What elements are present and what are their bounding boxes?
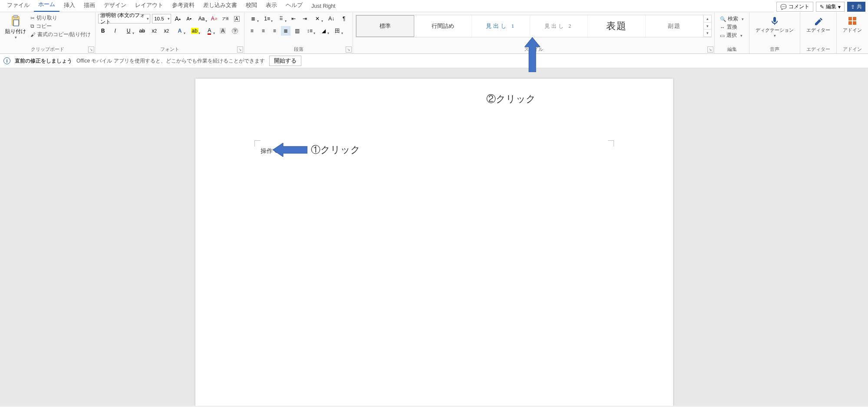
dictate-button[interactable]: ディクテーション ▾ <box>752 14 797 40</box>
style-heading2[interactable]: 見出し 2 <box>530 15 588 37</box>
tab-home[interactable]: ホーム <box>34 0 59 12</box>
paragraph-launcher[interactable]: ↘ <box>346 46 352 53</box>
find-label: 検索 <box>728 16 738 22</box>
shading-button[interactable]: ◢▾ <box>317 26 330 36</box>
styles-gallery-scroll: ▴ ▾ ▾ <box>703 15 711 37</box>
replace-button[interactable]: ↔ 置換 <box>720 24 744 30</box>
multilevel-list-button[interactable]: ⠿▾ <box>275 14 287 23</box>
scissors-icon: ✂ <box>30 15 35 21</box>
tab-draw[interactable]: 描画 <box>79 0 99 12</box>
tab-references[interactable]: 参考資料 <box>168 0 199 12</box>
editor-button[interactable]: エディター <box>803 14 834 35</box>
message-bar-start-button[interactable]: 開始する <box>269 56 301 66</box>
style-heading1[interactable]: 見出し 1 <box>472 15 530 37</box>
chevron-down-icon: ▾ <box>740 33 743 38</box>
format-painter-button[interactable]: 🖌 書式のコピー/貼り付け <box>30 31 91 38</box>
find-button[interactable]: 🔍 検索 ▾ <box>720 16 744 22</box>
comment-icon: 💬 <box>780 4 787 10</box>
style-no-spacing[interactable]: 行間詰め <box>414 15 472 37</box>
change-case-button[interactable]: Aa▾ <box>195 14 208 23</box>
document-canvas[interactable]: 操作マニュアル↵ ②クリック ①クリック <box>0 68 868 406</box>
borders-button[interactable]: 田▾ <box>331 26 343 36</box>
superscript-button[interactable]: x2 <box>162 26 171 36</box>
text-effects-button[interactable]: A▾ <box>174 26 186 36</box>
style-subtitle[interactable]: 副題 <box>646 15 703 37</box>
margin-corner-tl <box>254 140 261 146</box>
chevron-down-icon: ▾ <box>168 17 170 21</box>
group-font: 游明朝 (本文のフォント ▾ 10.5 ▾ A▴ A▾ Aa▾ A⊘ ア亜 A … <box>96 12 244 53</box>
gallery-down-button[interactable]: ▾ <box>704 23 711 30</box>
align-right-button[interactable]: ≡ <box>270 26 279 36</box>
tab-view[interactable]: 表示 <box>261 0 281 12</box>
dictate-label: ディクテーション <box>756 27 794 33</box>
tab-design[interactable]: デザイン <box>99 0 131 12</box>
font-color-button[interactable]: A▾ <box>203 26 215 36</box>
italic-button[interactable]: I <box>110 26 120 36</box>
decrease-indent-button[interactable]: ⇤ <box>289 14 298 23</box>
asian-layout-icon: ✕ <box>315 16 320 22</box>
tab-mailings[interactable]: 差し込み文書 <box>199 0 241 12</box>
strikethrough-button[interactable]: ab <box>137 26 147 36</box>
phonetic-guide-button[interactable]: ア亜 <box>221 14 230 23</box>
addins-button[interactable]: アドイン <box>839 14 865 35</box>
annotation-click2: ②クリック <box>486 93 536 106</box>
show-marks-button[interactable]: ¶ <box>339 14 349 23</box>
tab-justright[interactable]: Just Right <box>307 1 340 12</box>
sort-button[interactable]: A↓ <box>325 14 337 23</box>
line-spacing-button[interactable]: ↕≡▾ <box>304 26 316 36</box>
align-justify-button[interactable]: ≣ <box>281 26 290 36</box>
page[interactable]: 操作マニュアル↵ ②クリック ①クリック <box>195 79 673 406</box>
gallery-more-button[interactable]: ▾ <box>704 30 711 37</box>
editing-mode-button[interactable]: ✎ 編集 ▾ <box>816 2 845 12</box>
align-left-button[interactable]: ≡ <box>247 26 257 36</box>
align-center-button[interactable]: ≡ <box>258 26 268 36</box>
highlight-button[interactable]: ab▾ <box>188 26 201 36</box>
comments-button[interactable]: 💬 コメント <box>776 2 813 12</box>
select-button[interactable]: ▭ 選択 ▾ <box>720 32 744 39</box>
format-painter-label: 書式のコピー/貼り付け <box>37 31 91 38</box>
tab-help[interactable]: ヘルプ <box>281 0 307 12</box>
enclose-char-button[interactable]: A <box>232 14 241 23</box>
group-clipboard: 貼り付け ▾ ✂ 切り取り ⧉ コピー 🖌 書式のコピー/貼り付け クリップボー… <box>0 12 96 53</box>
tab-review[interactable]: 校閲 <box>241 0 261 12</box>
enclose-combine-button[interactable]: 字 <box>230 26 240 36</box>
gallery-up-button[interactable]: ▴ <box>704 15 711 23</box>
clipboard-launcher[interactable]: ↘ <box>88 46 94 53</box>
editor-icon <box>813 16 824 26</box>
distributed-button[interactable]: ▥ <box>292 26 302 36</box>
tab-file[interactable]: ファイル <box>3 0 34 12</box>
style-title[interactable]: 表題 <box>588 15 646 37</box>
underline-button[interactable]: U▾ <box>122 26 135 36</box>
paste-button[interactable]: 貼り付け ▾ <box>3 14 29 40</box>
tab-insert[interactable]: 挿入 <box>59 0 79 12</box>
editing-mode-label: 編集 <box>826 3 836 10</box>
increase-indent-button[interactable]: ⇥ <box>300 14 310 23</box>
cut-button[interactable]: ✂ 切り取り <box>30 15 91 21</box>
shrink-font-button[interactable]: A▾ <box>184 14 194 23</box>
numbered-list-button[interactable]: 1≡▾ <box>261 14 273 23</box>
chevron-down-icon: ▾ <box>321 19 323 23</box>
font-launcher[interactable]: ↘ <box>237 46 243 53</box>
grow-font-button[interactable]: A▴ <box>173 14 182 23</box>
asian-layout-button[interactable]: ✕▾ <box>311 14 323 23</box>
bullet-list-button[interactable]: ≣▾ <box>247 14 259 23</box>
style-normal[interactable]: 標準 <box>356 15 414 37</box>
paste-label: 貼り付け <box>5 28 26 35</box>
share-button[interactable]: ⇪ 共 <box>847 2 865 12</box>
font-size-combo[interactable]: 10.5 ▾ <box>152 14 171 23</box>
subscript-button[interactable]: x2 <box>149 26 159 36</box>
styles-launcher[interactable]: ↘ <box>707 46 713 53</box>
copy-button[interactable]: ⧉ コピー <box>30 23 91 30</box>
font-name-combo[interactable]: 游明朝 (本文のフォント ▾ <box>98 14 150 23</box>
sort-icon: A↓ <box>328 16 334 22</box>
tab-layout[interactable]: レイアウト <box>131 0 168 12</box>
svg-rect-2 <box>13 20 19 26</box>
char-shading-button[interactable]: A <box>218 26 228 36</box>
group-addins: アドイン アドイン <box>837 12 868 53</box>
bold-button[interactable]: B <box>98 26 108 36</box>
clear-format-button[interactable]: A⊘ <box>209 14 219 23</box>
select-label: 選択 <box>726 32 737 39</box>
indent-icon: ⇥ <box>303 16 307 22</box>
chevron-down-icon: ▾ <box>285 19 287 23</box>
ribbon-tabs: ファイル ホーム 挿入 描画 デザイン レイアウト 参考資料 差し込み文書 校閲… <box>0 0 868 12</box>
